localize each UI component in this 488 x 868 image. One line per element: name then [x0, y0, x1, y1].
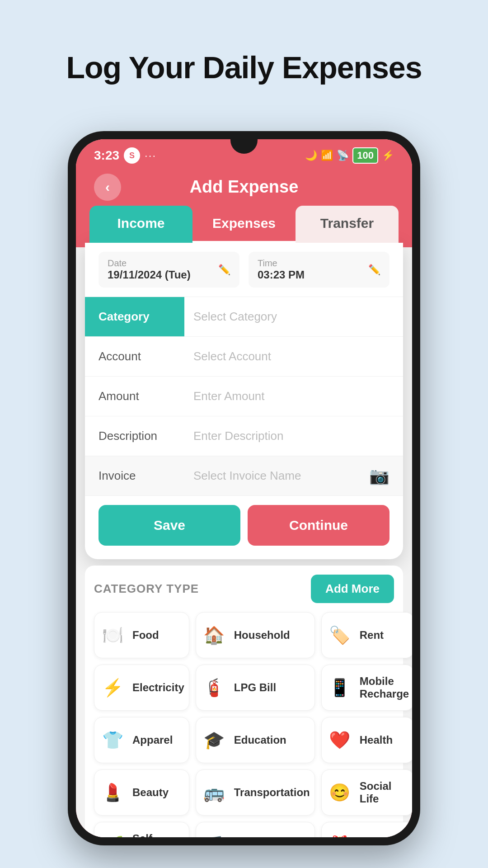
- education-icon: 🎓: [201, 726, 228, 754]
- food-label: Food: [132, 629, 159, 642]
- description-row[interactable]: Description Enter Description: [85, 416, 403, 456]
- back-button[interactable]: ‹: [94, 174, 121, 201]
- mobile_recharge-icon: 📱: [326, 674, 353, 701]
- date-edit-icon: ✏️: [218, 264, 230, 276]
- moon-icon: 🌙: [305, 150, 317, 161]
- category-item-beauty[interactable]: 💄 Beauty: [94, 769, 189, 816]
- invoice-label: Invoice: [85, 456, 184, 495]
- category-item-education[interactable]: 🎓 Education: [196, 717, 315, 763]
- category-item-apparel[interactable]: 👕 Apparel: [94, 717, 189, 763]
- health-icon: ❤️: [326, 726, 353, 754]
- page-title: Log Your Daily Expenses: [0, 0, 488, 112]
- rent-label: Rent: [360, 629, 384, 642]
- category-item-lgp_bill[interactable]: 🧯 LPG Bill: [196, 665, 315, 711]
- add-more-button[interactable]: Add More: [311, 575, 394, 603]
- tab-expenses[interactable]: Expenses: [192, 206, 296, 243]
- apparel-icon: 👕: [99, 726, 126, 754]
- invoice-row[interactable]: Invoice Select Invoice Name 📷: [85, 456, 403, 496]
- category-item-self_development[interactable]: 🌱 Self-develo...: [94, 822, 189, 837]
- datetime-row: Date 19/11/2024 (Tue) ✏️ Time 03:23 PM ✏…: [85, 243, 403, 297]
- category-grid: 🍽️ Food 🏠 Household 🏷️ Rent ⚡ Electricit…: [94, 612, 394, 837]
- self_development-label: Self-develo...: [132, 832, 184, 837]
- category-item-food[interactable]: 🍽️ Food: [94, 612, 189, 658]
- apparel-label: Apparel: [132, 734, 173, 746]
- category-item-rent[interactable]: 🏷️ Rent: [321, 612, 412, 658]
- category-header: CATEGORY TYPE Add More: [94, 575, 394, 603]
- invoice-value: Select Invoice Name: [184, 456, 356, 495]
- account-row[interactable]: Account Select Account: [85, 337, 403, 377]
- education-label: Education: [234, 734, 286, 746]
- category-item-entertainment[interactable]: 🎵 Entertainme...: [196, 822, 315, 837]
- account-value: Select Account: [184, 337, 403, 376]
- wifi-icon: 📡: [337, 150, 349, 161]
- date-value: 19/11/2024 (Tue): [108, 269, 191, 281]
- charging-icon: ⚡: [382, 150, 394, 161]
- phone-frame: 3:23 S ··· 🌙 📶 📡 100 ⚡: [68, 131, 420, 845]
- household-icon: 🏠: [201, 622, 228, 649]
- tab-bar: Income Expenses Transfer: [76, 206, 412, 243]
- tab-transfer[interactable]: Transfer: [296, 206, 399, 243]
- self_development-icon: 🌱: [99, 831, 126, 837]
- lgp_bill-icon: 🧯: [201, 674, 228, 701]
- gift-icon: 🎁: [326, 831, 353, 837]
- description-value: Enter Description: [184, 416, 403, 456]
- status-time: 3:23: [94, 148, 119, 163]
- category-value: Select Category: [184, 297, 403, 336]
- lgp_bill-label: LPG Bill: [234, 681, 276, 694]
- category-label: Category: [85, 297, 184, 336]
- app-icon: S: [124, 147, 140, 164]
- health-label: Health: [360, 734, 393, 746]
- time-label: Time: [258, 258, 305, 269]
- camera-icon[interactable]: 📷: [356, 458, 403, 495]
- time-field[interactable]: Time 03:23 PM ✏️: [249, 252, 389, 288]
- save-button[interactable]: Save: [99, 505, 240, 546]
- time-edit-icon: ✏️: [368, 264, 380, 276]
- continue-button[interactable]: Continue: [248, 505, 389, 546]
- amount-row[interactable]: Amount Enter Amount: [85, 377, 403, 416]
- category-item-health[interactable]: ❤️ Health: [321, 717, 412, 763]
- transportation-icon: 🚌: [201, 779, 228, 806]
- category-item-electricity[interactable]: ⚡ Electricity: [94, 665, 189, 711]
- phone-screen: 3:23 S ··· 🌙 📶 📡 100 ⚡: [76, 139, 412, 837]
- food-icon: 🍽️: [99, 622, 126, 649]
- app-header: ‹ Add Expense: [76, 168, 412, 206]
- social_life-icon: 😊: [326, 779, 353, 806]
- category-section: CATEGORY TYPE Add More 🍽️ Food 🏠 Househo…: [85, 566, 403, 837]
- battery-icon: 100: [352, 147, 378, 164]
- description-label: Description: [85, 416, 184, 456]
- status-dots: ···: [145, 149, 156, 162]
- form-card: Date 19/11/2024 (Tue) ✏️ Time 03:23 PM ✏…: [85, 243, 403, 559]
- transportation-label: Transportation: [234, 786, 310, 799]
- amount-value: Enter Amount: [184, 377, 403, 416]
- category-type-label: CATEGORY TYPE: [94, 582, 199, 596]
- button-row: Save Continue: [85, 496, 403, 550]
- header-title: Add Expense: [190, 177, 299, 197]
- entertainment-icon: 🎵: [201, 831, 228, 837]
- date-label: Date: [108, 258, 191, 269]
- category-item-mobile_recharge[interactable]: 📱 Mobile Recharge: [321, 665, 412, 711]
- beauty-label: Beauty: [132, 786, 169, 799]
- amount-label: Amount: [85, 377, 184, 416]
- electricity-icon: ⚡: [99, 674, 126, 701]
- mobile_recharge-label: Mobile Recharge: [360, 675, 409, 700]
- beauty-icon: 💄: [99, 779, 126, 806]
- household-label: Household: [234, 629, 290, 642]
- time-value: 03:23 PM: [258, 269, 305, 281]
- category-item-household[interactable]: 🏠 Household: [196, 612, 315, 658]
- back-chevron-icon: ‹: [105, 179, 110, 195]
- account-label: Account: [85, 337, 184, 376]
- date-field[interactable]: Date 19/11/2024 (Tue) ✏️: [99, 252, 239, 288]
- status-right: 🌙 📶 📡 100 ⚡: [305, 147, 394, 164]
- tab-income[interactable]: Income: [89, 206, 192, 243]
- category-item-transportation[interactable]: 🚌 Transportation: [196, 769, 315, 816]
- electricity-label: Electricity: [132, 681, 184, 694]
- rent-icon: 🏷️: [326, 622, 353, 649]
- category-item-gift[interactable]: 🎁 Gift: [321, 822, 412, 837]
- signal-icon: 📶: [321, 150, 333, 161]
- category-row[interactable]: Category Select Category: [85, 297, 403, 337]
- social_life-label: Social Life: [360, 780, 409, 805]
- category-item-social_life[interactable]: 😊 Social Life: [321, 769, 412, 816]
